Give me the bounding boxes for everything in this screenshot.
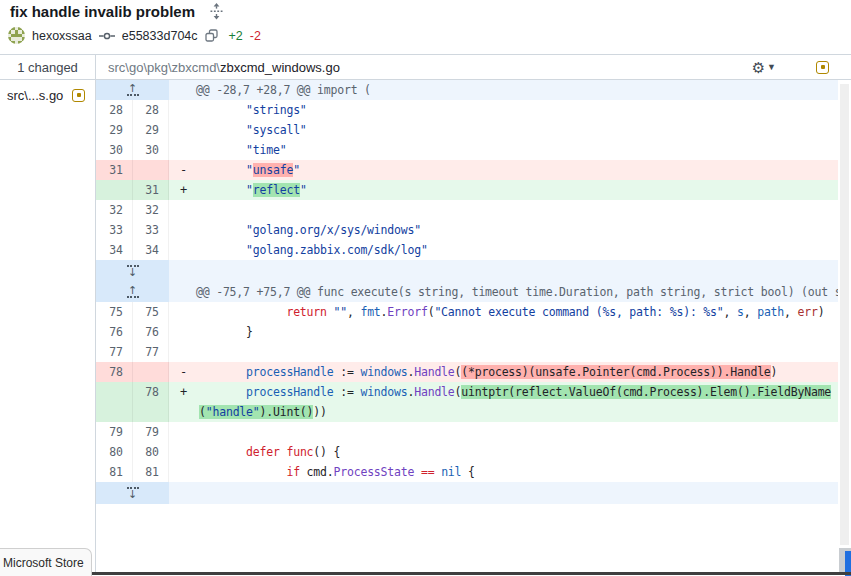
file-name: zbxcmd_windows.go xyxy=(220,60,340,75)
expand-up-icon[interactable]: ↑ xyxy=(127,84,139,96)
commit-author: hexoxssaa xyxy=(32,29,92,43)
commit-hash: e55833d704c xyxy=(122,29,198,43)
new-line-number: 28 xyxy=(133,100,169,120)
diff-marker: + xyxy=(169,382,199,422)
sidebar-file-item[interactable]: src\...s.go xyxy=(0,83,95,107)
new-line-number: 78 xyxy=(133,382,169,422)
new-line-number: 79 xyxy=(133,422,169,442)
expand-gutter: ↑ xyxy=(96,282,169,302)
code-cell: "golang.org/x/sys/windows" xyxy=(199,220,838,240)
expand-gutter: ↑ xyxy=(96,80,169,100)
changed-files-sidebar: src\...s.go xyxy=(0,80,96,573)
old-line-number: 34 xyxy=(96,240,133,260)
diff-marker xyxy=(169,462,199,482)
new-line-number: 77 xyxy=(133,342,169,362)
diff-marker xyxy=(169,140,199,160)
new-line-number: 32 xyxy=(133,200,169,220)
hunk-header-row: ↑@@ -75,7 +75,7 @@ func execute(s string… xyxy=(96,282,838,302)
old-line-number: 31 xyxy=(96,160,133,180)
code-cell xyxy=(199,342,838,362)
expand-down-icon[interactable]: ↓ xyxy=(127,265,139,277)
move-icon[interactable] xyxy=(209,3,224,20)
hunk-header-text: @@ -28,7 +28,7 @@ import ( xyxy=(169,80,838,100)
vertical-scrollbar[interactable] xyxy=(840,84,849,545)
file-path-header: src\go\pkg\zbxcmd\zbxcmd_windows.go ⚙ ▼ xyxy=(96,55,851,79)
old-line-number: 32 xyxy=(96,200,133,220)
copy-button[interactable] xyxy=(205,29,218,42)
old-line-number: 81 xyxy=(96,462,133,482)
diff-marker xyxy=(169,442,199,462)
diff-marker xyxy=(169,302,199,322)
diff-marker xyxy=(169,240,199,260)
diff-line: 3333 "golang.org/x/sys/windows" xyxy=(96,220,838,240)
modified-icon xyxy=(72,89,85,102)
old-line-number: 33 xyxy=(96,220,133,240)
code-cell: "reflect" xyxy=(199,180,838,200)
new-line-number: 29 xyxy=(133,120,169,140)
new-line-number: 80 xyxy=(133,442,169,462)
settings-button[interactable]: ⚙ ▼ xyxy=(752,60,776,75)
expand-up-icon[interactable]: ↑ xyxy=(127,286,139,298)
gear-icon: ⚙ xyxy=(752,60,765,75)
old-line-number: 77 xyxy=(96,342,133,362)
avatar xyxy=(8,27,25,44)
code-cell: } xyxy=(199,322,838,342)
diff-line: 78+ processHandle := windows.Handle(uint… xyxy=(96,382,838,422)
old-line-number: 79 xyxy=(96,422,133,442)
new-line-number: 31 xyxy=(133,180,169,200)
old-line-number: 76 xyxy=(96,322,133,342)
code-cell xyxy=(199,200,838,220)
panel-header: 1 changed src\go\pkg\zbxcmd\zbxcmd_windo… xyxy=(0,54,851,80)
expand-down-icon[interactable]: ↓ xyxy=(127,487,139,499)
commit-title: fix handle invalib problem xyxy=(10,3,195,20)
diff-marker: - xyxy=(169,160,199,180)
old-line-number: 28 xyxy=(96,100,133,120)
code-cell: defer func() { xyxy=(199,442,838,462)
diff-marker xyxy=(169,342,199,362)
old-line-number xyxy=(96,382,133,422)
hunk-header-text xyxy=(169,482,838,504)
diff-line: 7575 return "", fmt.Errorf("Cannot execu… xyxy=(96,302,838,322)
code-cell: "syscall" xyxy=(199,120,838,140)
code-cell xyxy=(199,422,838,442)
old-line-number: 78 xyxy=(96,362,133,382)
diff-line: 2929 "syscall" xyxy=(96,120,838,140)
commit-header: fix handle invalib problem xyxy=(0,0,851,54)
sidebar-file-name: src\...s.go xyxy=(7,88,63,103)
old-line-number: 29 xyxy=(96,120,133,140)
diff-marker: + xyxy=(169,180,199,200)
taskbar-edge xyxy=(92,572,851,575)
expand-row: ↓ xyxy=(96,482,838,504)
diff-marker xyxy=(169,120,199,140)
diff-line: 3030 "time" xyxy=(96,140,838,160)
code-cell: if cmd.ProcessState == nil { xyxy=(199,462,838,482)
diff-line: 8080 defer func() { xyxy=(96,442,838,462)
diff-line: 31- "unsafe" xyxy=(96,160,838,180)
code-cell: "golang.zabbix.com/sdk/log" xyxy=(199,240,838,260)
diff-line: 3434 "golang.zabbix.com/sdk/log" xyxy=(96,240,838,260)
new-line-number: 33 xyxy=(133,220,169,240)
expand-gutter: ↓ xyxy=(96,482,169,504)
diff-marker xyxy=(169,200,199,220)
new-line-number xyxy=(133,362,169,382)
diff-line: 3232 xyxy=(96,200,838,220)
new-line-number: 81 xyxy=(133,462,169,482)
hunk-header-text: @@ -75,7 +75,7 @@ func execute(s string,… xyxy=(169,282,838,302)
code-cell: "unsafe" xyxy=(199,160,838,180)
code-cell: processHandle := windows.Handle((*proces… xyxy=(199,362,838,382)
chevron-down-icon: ▼ xyxy=(767,62,776,72)
code-cell: "time" xyxy=(199,140,838,160)
diff-marker: - xyxy=(169,362,199,382)
diff-line: 31+ "reflect" xyxy=(96,180,838,200)
new-line-number: 75 xyxy=(133,302,169,322)
taskbar-tooltip: Microsoft Store xyxy=(0,548,92,576)
diff-marker xyxy=(169,100,199,120)
diff-view: ↑@@ -28,7 +28,7 @@ import (2828 "strings… xyxy=(96,80,838,504)
diff-line: 2828 "strings" xyxy=(96,100,838,120)
old-line-number: 75 xyxy=(96,302,133,322)
diff-line: 7777 xyxy=(96,342,838,362)
new-line-number: 76 xyxy=(133,322,169,342)
old-line-number: 80 xyxy=(96,442,133,462)
code-cell: processHandle := windows.Handle(uintptr(… xyxy=(199,382,838,422)
new-line-number xyxy=(133,160,169,180)
